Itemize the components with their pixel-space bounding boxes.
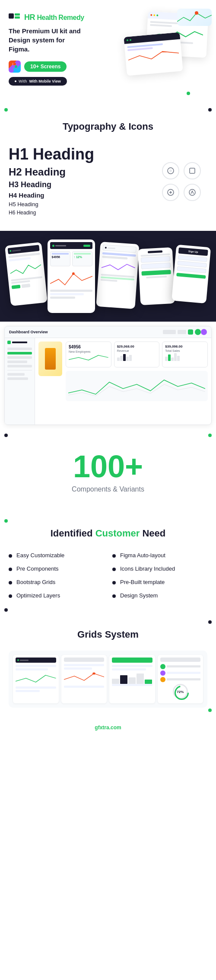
stat-card-2: $29,068.00 Revenue: [114, 342, 160, 367]
sidebar-item-7[interactable]: [7, 377, 28, 380]
count-label: Components & Variants: [9, 485, 207, 493]
feature-dot-6: [112, 568, 116, 571]
feature-item-7: Pre-Built template: [112, 579, 207, 585]
typo-dot-tr: [208, 108, 212, 112]
heading-h5: H5 Heading: [9, 201, 147, 207]
heading-h1: H1 Heading: [9, 145, 147, 163]
dashboard-preview: Dashboard Overview: [4, 326, 212, 425]
svg-point-3: [15, 65, 17, 68]
svg-rect-1: [15, 13, 20, 16]
feature-dot-5: [112, 554, 116, 558]
features-grid: Easy Customizable Figma Auto-layout Pre …: [9, 552, 207, 599]
typo-dot-tl: [4, 108, 8, 112]
feature-item-2: Pre Components: [9, 565, 104, 572]
grid-col-1: [13, 655, 59, 703]
feature-item-8: Design System: [112, 592, 207, 599]
mobile-badge[interactable]: With With Mobile View: [9, 77, 67, 86]
feature-label-2: Pre Components: [16, 565, 59, 572]
typography-grid: H1 Heading H2 Heading H3 Heading H4 Head…: [9, 145, 207, 218]
grids-dot-tr: [208, 620, 212, 624]
screen-card-5: Sign Up: [172, 245, 211, 303]
svg-point-12: [175, 686, 188, 699]
feature-label-6: Icons Library Included: [120, 565, 175, 572]
count-plus: +: [125, 449, 143, 484]
screens-badge[interactable]: 10+ Screens: [24, 61, 67, 72]
dash-body: $4956 New Employees $29,068.00 Revenue: [5, 338, 211, 425]
sidebar-item-5[interactable]: [7, 365, 32, 367]
svg-point-9: [189, 189, 195, 195]
sidebar-item-4[interactable]: [7, 361, 27, 363]
stat-label-1: New Employees: [69, 350, 108, 353]
count-dot-tr: [208, 434, 212, 437]
brand-row: HR Health Remedy: [9, 13, 207, 22]
feature-dot-1: [9, 554, 12, 558]
grids-section: Grids System: [0, 616, 216, 716]
feature-item-4: Optimized Layers: [9, 592, 104, 599]
screen-card-4: [137, 247, 175, 305]
dash-avatar-2: [201, 329, 207, 335]
stat-val-1: $4956: [69, 345, 108, 349]
brand-full: Health Remedy: [37, 14, 84, 21]
dash-cards: $4956 New Employees $29,068.00 Revenue: [66, 342, 208, 367]
feature-dot-2: [9, 568, 12, 571]
screen-card-3: [96, 242, 139, 309]
figma-icon: [9, 61, 21, 73]
grid-col-3: [109, 655, 155, 703]
feature-dot-8: [112, 594, 116, 598]
feature-label-4: Optimized Layers: [16, 592, 60, 599]
brand-name: HR Health Remedy: [24, 13, 84, 22]
svg-point-10: [72, 272, 74, 275]
typography-title: Typography & Icons: [9, 121, 207, 132]
grid-col-2: [61, 655, 107, 703]
features-title: Identified Customer Need: [9, 528, 207, 539]
heading-h2: H2 Heading: [9, 166, 147, 178]
dash-controls: [163, 329, 207, 335]
grids-inner: 72%: [13, 655, 203, 703]
features-section: Identified Customer Need Easy Customizab…: [0, 515, 216, 616]
dash-chart: [66, 371, 208, 401]
grid-col-4: 72%: [158, 655, 203, 703]
sidebar-item-6[interactable]: [7, 373, 25, 376]
icon-circle-2: [184, 162, 201, 179]
footer-link[interactable]: gfxtra.com: [95, 725, 121, 731]
stat-label-2: Revenue: [117, 349, 157, 352]
screens-grid: $4956 ↑ 12%: [4, 239, 212, 313]
feature-dot-7: [112, 581, 116, 584]
sidebar-item-2[interactable]: [7, 352, 32, 354]
mobile-badge-with: With: [19, 79, 27, 83]
sidebar-item-3[interactable]: [7, 356, 32, 359]
feature-label-8: Design System: [120, 592, 158, 599]
dash-main: $4956 New Employees $29,068.00 Revenue: [35, 338, 211, 425]
product-image: [38, 342, 62, 376]
heading-h6: H6 Heading: [9, 210, 147, 216]
grids-title: Grids System: [9, 629, 207, 640]
dashboard-section: Dashboard Overview: [0, 322, 216, 429]
footer-section: gfxtra.com: [0, 716, 216, 738]
grids-dot-br: [208, 709, 212, 712]
screen-card-2: $4956 ↑ 12%: [48, 239, 95, 313]
feature-item-6: Icons Library Included: [112, 565, 207, 572]
svg-rect-7: [190, 168, 195, 173]
features-title-highlight: Customer: [95, 528, 140, 539]
svg-rect-2: [15, 16, 20, 19]
count-dot-tl: [4, 434, 8, 437]
sidebar-item-1[interactable]: [7, 348, 32, 350]
feature-item-3: Bootstrap Grids: [9, 579, 104, 585]
svg-rect-0: [9, 13, 14, 19]
feature-item-1: Easy Customizable: [9, 552, 104, 559]
dash-avatar-1: [195, 329, 201, 335]
dash-ctrl-1: [163, 330, 176, 334]
hero-left: HR Health Remedy The Premium UI kit and …: [9, 13, 207, 86]
dash-ctrl-2: [178, 330, 186, 334]
feature-dot-4: [9, 594, 12, 598]
feature-dot-3: [9, 581, 12, 584]
stat-val-3: $39,098.00: [165, 345, 205, 348]
dash-add-btn[interactable]: [188, 329, 193, 335]
badge-mobile-row: With With Mobile View: [9, 76, 207, 86]
svg-point-6: [169, 169, 172, 172]
svg-point-11: [92, 673, 95, 675]
icon-circle-1: [162, 162, 179, 179]
feature-label-5: Figma Auto-layout: [120, 552, 165, 559]
dash-sidebar: [5, 338, 35, 425]
screen-card-1: [4, 242, 47, 306]
